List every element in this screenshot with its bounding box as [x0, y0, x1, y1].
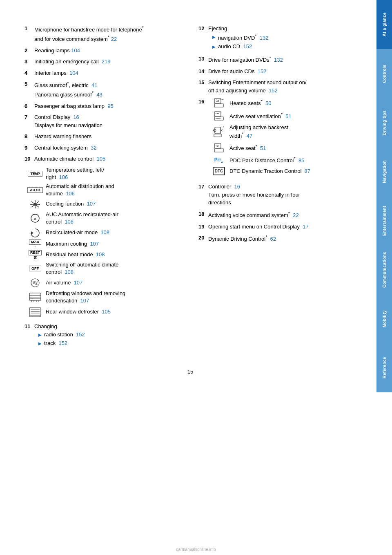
air-volume-desc: Air volume 107: [46, 279, 82, 286]
list-item-16: 16: [198, 98, 356, 178]
svg-point-5: [35, 200, 36, 201]
climate-row-temp: TEMP Temperature setting, left/right 106: [24, 166, 182, 181]
climate-row-off: OFF Switching off automatic climatecontr…: [24, 261, 182, 276]
svg-point-7: [31, 204, 31, 204]
rest-desc: Residual heat mode 108: [46, 251, 105, 258]
svg-rect-28: [214, 134, 221, 137]
dtc-icon: DTC: [208, 167, 229, 175]
sidebar-tab-at-a-glance[interactable]: At a glance: [376, 0, 392, 49]
list-item-17: 17 Controller 16 Turn, press or move hor…: [198, 183, 356, 207]
active-seat-icon: [208, 143, 229, 153]
rear-defrost-desc: Rear window defroster 105: [46, 308, 111, 316]
list-item-11: 11 Changing ▶ radio station 152 ▶ track …: [24, 322, 182, 348]
max-desc: Maximum cooling 107: [46, 240, 99, 248]
list-item-13: 13 Drive for navigation DVDs* 132: [198, 55, 356, 64]
list-item-12: 12 Ejecting ▶ navigation DVD* 132 ▶ audi…: [198, 25, 356, 51]
sidebar-tab-mobility[interactable]: Mobility: [376, 294, 392, 343]
auc-icon: A: [24, 213, 46, 224]
climate-row-rest: REST {{{ Residual heat mode 108: [24, 250, 182, 259]
rear-defrost-icon: [24, 306, 46, 318]
right-icon-row-pdc: P///▲ PDC Park Distance Control* 85: [208, 156, 310, 165]
seat-vent-icon: [208, 111, 229, 121]
svg-text:*: *: [223, 126, 224, 129]
svg-rect-31: [214, 143, 221, 148]
sidebar-tab-driving-tips[interactable]: Driving tips: [376, 98, 392, 147]
heated-seat-desc: Heated seats* 50: [229, 98, 272, 107]
sidebar-tab-navigation[interactable]: Navigation: [376, 147, 392, 196]
cooling-desc: Cooling function 107: [46, 200, 96, 208]
sub-item: ▶ navigation DVD* 132: [212, 33, 268, 42]
left-column: 1 Microphone for handsfree mode for tele…: [24, 25, 182, 351]
page-number: 15: [187, 369, 193, 375]
sidebar-tab-controls[interactable]: Controls: [376, 49, 392, 98]
svg-rect-23: [214, 104, 223, 107]
backrest-icon: *: [208, 126, 229, 138]
svg-rect-27: [215, 127, 220, 134]
sidebar-tab-reference[interactable]: Reference: [376, 343, 392, 392]
climate-row-cooling: Cooling function 107: [24, 199, 182, 209]
off-desc: Switching off automatic climatecontrol 1…: [46, 261, 118, 276]
max-icon: MAX ◦: [24, 239, 46, 248]
right-icon-row-dtc: DTC DTC Dynamic Traction Control 87: [208, 167, 310, 175]
svg-marker-11: [31, 231, 33, 235]
right-column: 12 Ejecting ▶ navigation DVD* 132 ▶ audi…: [198, 25, 356, 351]
off-icon: OFF: [24, 266, 46, 271]
dtc-desc: DTC Dynamic Traction Control 87: [229, 168, 310, 175]
list-item: 10 Automatic climate control 105: [24, 155, 182, 163]
pdc-icon: P///▲: [208, 156, 229, 164]
sub-item: ▶ audio CD 152: [212, 43, 268, 51]
list-item-18: 18 Activating voice command system* 22: [198, 210, 356, 219]
sidebar-tab-entertainment[interactable]: Entertainment: [376, 196, 392, 245]
svg-text:A: A: [34, 217, 36, 221]
triangle-icon: ▶: [38, 332, 42, 338]
sub-item: ▶ radio station 152: [38, 331, 85, 339]
snowflake-icon: [24, 199, 46, 209]
list-item: 6 Passenger airbag status lamp 95: [24, 102, 182, 110]
recirculate-icon: [24, 227, 46, 238]
temp-desc: Temperature setting, left/right 106: [46, 166, 104, 181]
auto-desc: Automatic air distribution andvolume 106: [46, 183, 114, 197]
climate-row-recirculate: Recirculated-air mode 108: [24, 227, 182, 238]
sidebar-tab-communications[interactable]: Communications: [376, 245, 392, 294]
list-item: 7 Control Display 16 Displays for menu n…: [24, 113, 182, 129]
auto-icon: AUTO: [24, 187, 46, 193]
right-icon-row-heated-seat: Heated seats* 50: [208, 98, 310, 108]
list-item: 2 Reading lamps 104: [24, 47, 182, 55]
sidebar: At a glance Controls Driving tips Naviga…: [376, 0, 392, 555]
climate-row-air-volume: Air volume 107: [24, 278, 182, 288]
triangle-icon: ▶: [212, 34, 216, 40]
climate-row-max: MAX ◦ Maximum cooling 107: [24, 239, 182, 248]
active-seat-desc: Active seat* 51: [229, 143, 266, 152]
rest-icon: REST {{{: [24, 250, 46, 259]
climate-row-auc: A AUC Automatic recirculated-aircontrol …: [24, 211, 182, 226]
heated-seat-icon: [208, 98, 229, 108]
right-icon-row-active-seat: Active seat* 51: [208, 143, 310, 153]
svg-point-8: [39, 204, 40, 204]
list-item: 4 Interior lamps 104: [24, 69, 182, 77]
svg-rect-13: [29, 293, 41, 300]
right-icon-row-seat-vent: Active seat ventilation* 51: [208, 111, 310, 121]
climate-row-rear-defrost: Rear window defroster 105: [24, 306, 182, 318]
seat-vent-desc: Active seat ventilation* 51: [229, 112, 292, 121]
svg-rect-32: [214, 149, 223, 152]
defrost-desc: Defrosting windows and removingcondensat…: [46, 290, 125, 304]
auc-desc: AUC Automatic recirculated-aircontrol 10…: [46, 211, 118, 226]
right-icon-row-backrest: * Adjusting active backrestwidth* 47: [208, 124, 310, 140]
triangle-icon: ▶: [38, 340, 42, 347]
climate-row-auto: AUTO Automatic air distribution andvolum…: [24, 183, 182, 197]
sub-item: ▶ track 152: [38, 339, 85, 347]
list-item-15: 15 Switching Entertainment sound output …: [198, 78, 356, 94]
pdc-desc: PDC Park Distance Control* 85: [229, 156, 304, 165]
climate-row-defrost: Defrosting windows and removingcondensat…: [24, 290, 182, 304]
list-item-20: 20 Dynamic Driving Control* 62: [198, 234, 356, 243]
svg-rect-25: [214, 112, 221, 116]
watermark: carmanualsonline.info: [176, 547, 216, 552]
svg-point-6: [35, 207, 36, 208]
svg-rect-22: [214, 98, 221, 103]
air-volume-icon: [24, 278, 46, 288]
recirculate-desc: Recirculated-air mode 108: [46, 229, 109, 236]
triangle-icon: ▶: [212, 44, 216, 50]
temp-icon: TEMP: [24, 171, 46, 177]
climate-controls-section: TEMP Temperature setting, left/right 106…: [24, 166, 182, 318]
list-item-14: 14 Drive for audio CDs 152: [198, 67, 356, 76]
